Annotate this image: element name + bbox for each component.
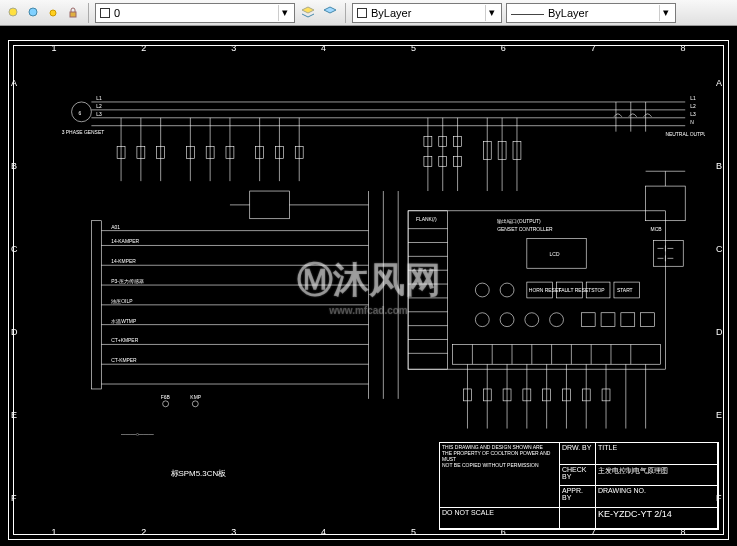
svg-text:6: 6 [79,111,82,116]
color-swatch [357,8,367,18]
inner-frame: 6 3 PHASE GENSET L1 L2 L3 L1 L2 L3 N NEU… [13,45,724,535]
linetype-preview: ——— [511,7,544,19]
svg-text:标SPM5.3CN板: 标SPM5.3CN板 [170,469,227,478]
svg-rect-114 [453,344,661,364]
chevron-down-icon[interactable]: ▾ [485,5,497,21]
svg-rect-80 [408,211,448,369]
ownership-note: THIS DRAWING AND DESIGN SHOWN ARE THE PR… [440,443,560,508]
svg-text:A01: A01 [111,225,120,230]
chevron-down-icon[interactable]: ▾ [659,5,671,21]
svg-text:KMP: KMP [190,395,201,400]
svg-text:STOP: STOP [591,288,605,293]
svg-rect-3 [70,12,76,17]
svg-text:FLANK(/): FLANK(/) [416,217,437,222]
svg-rect-146 [654,241,684,267]
svg-text:START: START [617,288,633,293]
svg-text:3 PHASE GENSET: 3 PHASE GENSET [62,130,105,135]
svg-rect-55 [91,221,101,389]
svg-text:油压OILP: 油压OILP [111,298,133,304]
svg-text:LCD: LCD [550,252,560,257]
svg-point-107 [500,313,514,327]
svg-text:N: N [690,120,694,125]
linetype-combo-value: ByLayer [548,7,588,19]
drawing-canvas[interactable]: 12345678 12345678 ABCDEF ABCDEF 6 3 PHAS… [0,26,737,546]
svg-rect-76 [250,191,290,219]
separator [88,3,89,23]
chevron-down-icon[interactable]: ▾ [278,5,290,21]
svg-point-108 [525,313,539,327]
tool-icon-group [4,4,82,22]
appr-by-label: APPR. BY [560,486,596,508]
svg-rect-113 [641,313,655,327]
separator [345,3,346,23]
svg-text:CT-KMPER: CT-KMPER [111,358,137,363]
check-by-label: CHECK BY [560,465,596,487]
scale-note: DO NOT SCALE [440,508,560,530]
svg-text:水温WTMP: 水温WTMP [111,318,137,324]
drawn-by-label: DRW. BY [560,443,596,465]
svg-text:GENSET CONTROLLER: GENSET CONTROLLER [497,227,553,232]
bulb-yellow-icon[interactable] [4,4,22,22]
svg-text:P3-压力传感器: P3-压力传感器 [111,278,144,284]
svg-text:NEUTRAL OUTPUT: NEUTRAL OUTPUT [665,132,705,137]
svg-rect-112 [621,313,635,327]
bulb-blue-icon[interactable] [24,4,42,22]
svg-point-1 [29,8,37,16]
layer-lock-icon[interactable] [64,4,82,22]
toolbar: 0 ▾ ByLayer ▾ ——— ByLayer ▾ [0,0,737,26]
svg-text:L2: L2 [690,104,696,109]
title-label: TITLE [596,443,718,465]
svg-rect-111 [601,313,615,327]
blank-cell [560,508,596,530]
svg-text:L1: L1 [690,96,696,101]
layer-stack-icon[interactable] [299,4,317,22]
color-combo-value: ByLayer [371,7,411,19]
svg-point-109 [550,313,564,327]
layer-prev-icon[interactable] [321,4,339,22]
title-block: THIS DRAWING AND DESIGN SHOWN ARE THE PR… [439,442,719,530]
svg-point-97 [500,283,514,297]
svg-text:CT+KMPER: CT+KMPER [111,338,138,343]
svg-text:L2: L2 [96,104,102,109]
svg-text:输出端口(OUTPUT): 输出端口(OUTPUT) [497,218,541,224]
svg-text:F6B: F6B [161,395,171,400]
svg-point-96 [475,283,489,297]
svg-text:L3: L3 [96,112,102,117]
svg-point-149 [163,401,169,407]
svg-text:———○———: ———○——— [121,432,154,437]
drawing-no-label: DRAWING NO. [596,486,718,508]
drawing-border: 12345678 12345678 ABCDEF ABCDEF 6 3 PHAS… [8,40,729,540]
svg-text:14-KMPER: 14-KMPER [111,259,136,264]
svg-point-0 [9,8,17,16]
title-value: 主发电控制电气原理图 [596,465,718,487]
layer-combo[interactable]: 0 ▾ [95,3,295,23]
svg-point-4 [72,102,92,122]
svg-point-2 [50,10,56,16]
svg-rect-110 [581,313,595,327]
drawing-no-value: KE-YZDC-YT 2/14 [596,508,718,530]
color-combo[interactable]: ByLayer ▾ [352,3,502,23]
sun-icon[interactable] [44,4,62,22]
layer-color-swatch [100,8,110,18]
svg-point-150 [192,401,198,407]
layer-combo-value: 0 [114,7,120,19]
svg-text:14-KAMPER: 14-KAMPER [111,239,139,244]
linetype-combo[interactable]: ——— ByLayer ▾ [506,3,676,23]
svg-text:MCB: MCB [651,227,663,232]
svg-point-106 [475,313,489,327]
svg-text:L1: L1 [96,96,102,101]
svg-text:L3: L3 [690,112,696,117]
